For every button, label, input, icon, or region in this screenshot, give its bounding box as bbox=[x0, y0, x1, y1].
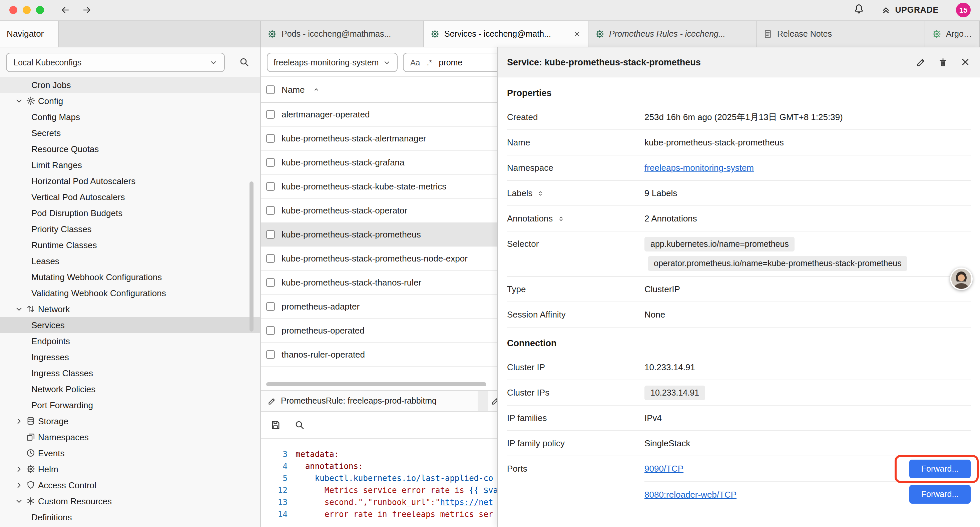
row-checkbox[interactable] bbox=[266, 230, 275, 239]
table-row[interactable]: kube-prometheus-stack-kube-state-metrics bbox=[261, 175, 497, 199]
namespace-link[interactable]: freeleaps-monitoring-system bbox=[644, 163, 754, 173]
namespace-filter-select[interactable]: freeleaps-monitoring-system bbox=[267, 53, 398, 72]
editor-tab-partial[interactable] bbox=[488, 391, 497, 411]
forward-button[interactable] bbox=[81, 5, 92, 15]
navigator-panel-tab[interactable]: Navigator bbox=[0, 21, 59, 47]
table-row[interactable]: prometheus-adapter bbox=[261, 295, 497, 319]
match-case-toggle[interactable]: Aa bbox=[410, 58, 420, 67]
avatar[interactable] bbox=[950, 267, 973, 290]
row-checkbox[interactable] bbox=[266, 254, 275, 263]
select-all-checkbox[interactable] bbox=[266, 85, 275, 94]
table-row[interactable]: kube-prometheus-stack-alertmanager bbox=[261, 127, 497, 151]
sidebar-item[interactable]: Access Control bbox=[0, 477, 260, 493]
sidebar-item[interactable]: Network bbox=[0, 301, 260, 317]
sidebar-item-label: Cron Jobs bbox=[31, 80, 71, 90]
app-tab[interactable]: Argo Se bbox=[925, 21, 980, 47]
sidebar-item[interactable]: Config Maps bbox=[0, 109, 260, 125]
regex-toggle[interactable]: .* bbox=[426, 58, 432, 67]
tab-close-icon[interactable] bbox=[573, 30, 581, 38]
sidebar-item[interactable]: Limit Ranges bbox=[0, 157, 260, 173]
table-search-box[interactable]: Aa .* prome bbox=[403, 53, 497, 72]
sidebar-item[interactable]: Definitions bbox=[0, 509, 260, 525]
expand-collapse-icon[interactable] bbox=[557, 215, 565, 223]
close-icon[interactable] bbox=[960, 57, 970, 67]
sidebar-item[interactable]: Port Forwarding bbox=[0, 397, 260, 413]
app-tab[interactable]: Pods - icecheng@mathmas... bbox=[261, 21, 424, 47]
notification-count-badge[interactable]: 15 bbox=[956, 3, 970, 18]
table-row[interactable]: kube-prometheus-stack-thanos-ruler bbox=[261, 271, 497, 295]
tree-chevron-icon[interactable] bbox=[15, 481, 23, 489]
app-tab[interactable]: Services - icecheng@math... bbox=[424, 21, 589, 47]
table-row[interactable]: prometheus-operated bbox=[261, 319, 497, 343]
sidebar-item[interactable]: Config bbox=[0, 93, 260, 109]
row-checkbox[interactable] bbox=[266, 302, 275, 311]
row-checkbox[interactable] bbox=[266, 278, 275, 287]
sidebar-item[interactable]: Horizontal Pod Autoscalers bbox=[0, 173, 260, 189]
sidebar-item[interactable]: Vertical Pod Autoscalers bbox=[0, 189, 260, 205]
sidebar-item[interactable]: Storage bbox=[0, 413, 260, 429]
zoom-window-button[interactable] bbox=[36, 6, 44, 14]
forward-button-2[interactable]: Forward... bbox=[909, 485, 970, 504]
sidebar-item[interactable]: Mutating Webhook Configurations bbox=[0, 269, 260, 285]
table-row[interactable]: kube-prometheus-stack-grafana bbox=[261, 151, 497, 175]
sidebar-item[interactable]: Events bbox=[0, 445, 260, 461]
save-icon[interactable] bbox=[270, 420, 281, 430]
sidebar-item[interactable]: Validating Webhook Configurations bbox=[0, 285, 260, 301]
row-checkbox[interactable] bbox=[266, 326, 275, 335]
editor-tab[interactable]: PrometheusRule: freeleaps-prod-rabbitmq bbox=[261, 391, 478, 411]
notifications-bell-icon[interactable] bbox=[853, 3, 864, 14]
sidebar-item[interactable]: Namespaces bbox=[0, 429, 260, 445]
close-window-button[interactable] bbox=[10, 6, 18, 14]
sidebar-item[interactable]: Priority Classes bbox=[0, 221, 260, 237]
editor-search-icon[interactable] bbox=[294, 420, 305, 430]
port-link-8080[interactable]: 8080:reloader-web/TCP bbox=[644, 489, 737, 499]
tree-chevron-icon[interactable] bbox=[15, 417, 23, 425]
app-tab[interactable]: Release Notes bbox=[757, 21, 925, 47]
table-row[interactable]: kube-prometheus-stack-prometheus-node-ex… bbox=[261, 247, 497, 271]
sidebar-item[interactable]: Network Policies bbox=[0, 381, 260, 397]
table-row[interactable]: kube-prometheus-stack-prometheus bbox=[261, 223, 497, 247]
row-checkbox[interactable] bbox=[266, 206, 275, 215]
edit-icon[interactable] bbox=[916, 57, 926, 67]
sort-ascending-icon[interactable] bbox=[312, 85, 320, 93]
sidebar-search-icon[interactable] bbox=[239, 57, 250, 67]
table-horizontal-scrollbar[interactable] bbox=[266, 382, 486, 386]
app-tab[interactable]: Prometheus Rules - icecheng... bbox=[589, 21, 757, 47]
row-checkbox[interactable] bbox=[266, 350, 275, 359]
sidebar-item[interactable]: Custom Resources bbox=[0, 493, 260, 509]
upgrade-button[interactable]: UPGRADE bbox=[880, 5, 939, 15]
delete-icon[interactable] bbox=[938, 57, 948, 67]
back-button[interactable] bbox=[60, 5, 71, 15]
kubeconfig-select[interactable]: Local Kubeconfigs bbox=[6, 53, 225, 72]
row-checkbox[interactable] bbox=[266, 158, 275, 167]
sidebar-item[interactable]: Services bbox=[0, 317, 260, 333]
port-link-9090[interactable]: 9090/TCP bbox=[644, 463, 684, 474]
sidebar-scrollbar[interactable] bbox=[250, 182, 253, 331]
table-row[interactable]: kube-prometheus-stack-operator bbox=[261, 199, 497, 223]
name-column-header[interactable]: Name bbox=[282, 84, 305, 94]
sidebar-item[interactable]: Endpoints bbox=[0, 333, 260, 349]
row-checkbox[interactable] bbox=[266, 182, 275, 191]
minimize-window-button[interactable] bbox=[23, 6, 31, 14]
expand-collapse-icon[interactable] bbox=[537, 189, 545, 197]
tree-chevron-icon[interactable] bbox=[15, 465, 23, 473]
table-search-input[interactable]: prome bbox=[439, 58, 462, 67]
row-checkbox[interactable] bbox=[266, 110, 275, 119]
sidebar-item[interactable]: Cron Jobs bbox=[0, 77, 260, 93]
row-checkbox[interactable] bbox=[266, 134, 275, 143]
yaml-editor[interactable]: 3 metadata: 4 annotations: 5 kubectl.kub… bbox=[261, 439, 497, 527]
sidebar-item[interactable]: Ingresses bbox=[0, 349, 260, 365]
sidebar-item[interactable]: Helm bbox=[0, 461, 260, 477]
table-row[interactable]: thanos-ruler-operated bbox=[261, 343, 497, 367]
sidebar-item[interactable]: Secrets bbox=[0, 125, 260, 141]
tree-chevron-icon[interactable] bbox=[15, 96, 23, 105]
tree-chevron-icon[interactable] bbox=[15, 304, 23, 313]
forward-button-1[interactable]: Forward... bbox=[909, 459, 970, 478]
sidebar-item[interactable]: Pod Disruption Budgets bbox=[0, 205, 260, 221]
sidebar-item[interactable]: Ingress Classes bbox=[0, 365, 260, 381]
sidebar-item[interactable]: Leases bbox=[0, 253, 260, 269]
tree-chevron-icon[interactable] bbox=[15, 497, 23, 505]
sidebar-item[interactable]: Resource Quotas bbox=[0, 141, 260, 157]
sidebar-item[interactable]: Runtime Classes bbox=[0, 237, 260, 253]
table-row[interactable]: alertmanager-operated bbox=[261, 103, 497, 127]
